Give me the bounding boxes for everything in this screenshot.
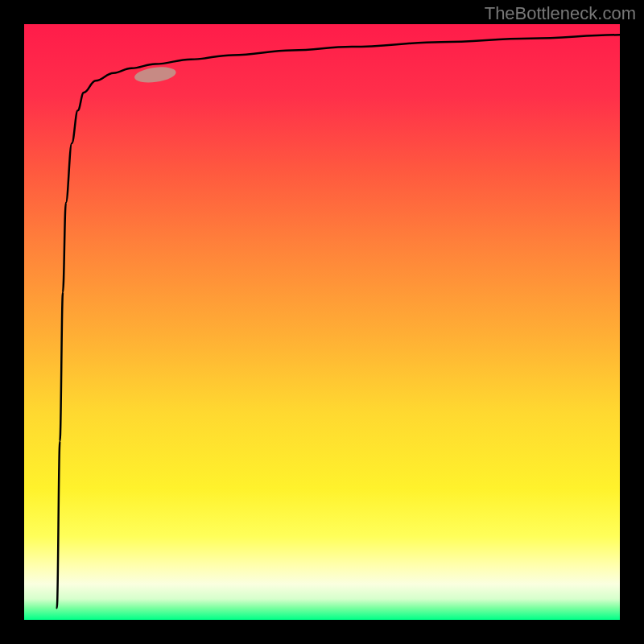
watermark-text: TheBottleneck.com <box>485 3 636 24</box>
plot-area <box>24 24 620 620</box>
chart-svg <box>24 24 620 620</box>
curve-line <box>57 35 620 608</box>
